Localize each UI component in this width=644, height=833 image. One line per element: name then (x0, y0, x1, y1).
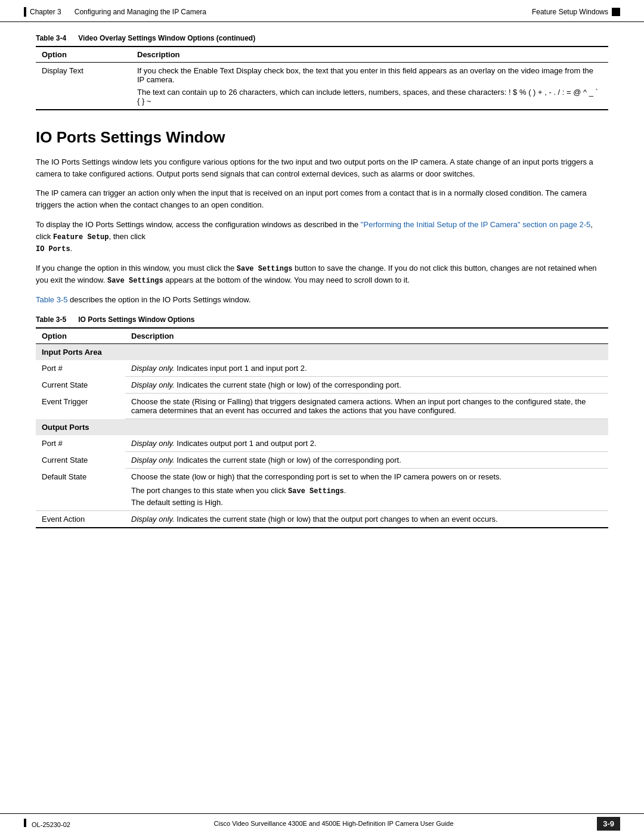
table34-num: Table 3-4 (36, 34, 66, 42)
table34-col-option: Option (36, 47, 131, 63)
header-chapter: Chapter 3 (30, 8, 61, 16)
display-only-1: Display only. (131, 364, 175, 373)
para-4: If you change the option in this window,… (36, 262, 608, 287)
header-chapter-title: Configuring and Managing the IP Camera (75, 8, 206, 16)
table-row: Default State Choose the state (low or h… (36, 469, 608, 485)
header-bar-right-icon (612, 8, 620, 16)
section-output-ports: Output Ports (36, 419, 608, 436)
save-settings-inline-3: Save Settings (288, 487, 344, 496)
table35-num: Table 3-5 (36, 315, 66, 324)
table35-title: IO Ports Settings Window Options (78, 315, 194, 324)
table34-caption: Table 3-4 Video Overlay Settings Window … (36, 34, 608, 42)
desc-display-text-2: The text can contain up to 26 characters… (131, 85, 608, 110)
para-5: Table 3-5 describes the option in the IO… (36, 294, 608, 306)
table-row: Event Trigger Choose the state (Rising o… (36, 394, 608, 419)
table35-header-row: Option Description (36, 328, 608, 344)
section-output-ports-label: Output Ports (36, 419, 608, 436)
display-only-2: Display only. (131, 380, 175, 389)
option-current-state-output: Current State (36, 452, 125, 469)
table-row-continuation: The port changes to this state when you … (36, 485, 608, 497)
desc-event-action: Display only. Indicates the current stat… (125, 510, 608, 528)
table-34: Option Description Display Text If you c… (36, 46, 608, 110)
table-row: Event Action Display only. Indicates the… (36, 510, 608, 528)
feature-setup-text: Feature Setup (53, 233, 109, 241)
desc-event-trigger: Choose the state (Rising or Falling) tha… (125, 394, 608, 419)
table-row: Port # Display only. Indicates output po… (36, 435, 608, 452)
table-35: Option Description Input Ports Area Port… (36, 327, 608, 528)
table-row-continuation: The text can contain up to 26 characters… (36, 85, 608, 110)
header-right: Feature Setup Windows (532, 8, 620, 16)
option-default-state-empty (36, 485, 125, 497)
table-row: Port # Display only. Indicates input por… (36, 360, 608, 377)
display-only-5: Display only. (131, 515, 175, 524)
desc-default-state-2: The port changes to this state when you … (125, 485, 608, 497)
table-row-continuation-2: The default setting is High. (36, 497, 608, 511)
page-number: 3-9 (597, 817, 620, 831)
footer-center-text: Cisco Video Surveillance 4300E and 4500E… (214, 820, 454, 827)
option-event-action: Event Action (36, 510, 125, 528)
desc-current-state-input: Display only. Indicates the current stat… (125, 377, 608, 394)
footer-left: OL-25230-02 (24, 819, 70, 828)
header-section: Feature Setup Windows (532, 8, 608, 16)
table34-header-row: Option Description (36, 47, 608, 63)
option-event-trigger: Event Trigger (36, 394, 125, 419)
save-settings-inline-2: Save Settings (107, 277, 163, 285)
desc-current-state-output: Display only. Indicates the current stat… (125, 452, 608, 469)
option-port-hash-input: Port # (36, 360, 125, 377)
header-bar-left-icon (24, 7, 26, 17)
footer-bar-left-icon (24, 819, 26, 827)
display-only-4: Display only. (131, 456, 175, 465)
desc-default-state: Choose the state (low or high) that the … (125, 469, 608, 485)
desc-port-hash-output: Display only. Indicates output port 1 an… (125, 435, 608, 452)
para-1: The IO Ports Settings window lets you co… (36, 156, 608, 180)
table34-col-description: Description (131, 47, 608, 63)
io-ports-text: IO Ports (36, 245, 70, 253)
table-row: Display Text If you check the Enable Tex… (36, 63, 608, 86)
table-row: Current State Display only. Indicates th… (36, 377, 608, 394)
option-default-state: Default State (36, 469, 125, 485)
table35-link[interactable]: Table 3-5 (36, 295, 67, 304)
save-settings-inline-1: Save Settings (237, 265, 293, 273)
desc-port-hash-input: Display only. Indicates input port 1 and… (125, 360, 608, 377)
desc-display-text: If you check the Enable Text Display che… (131, 63, 608, 86)
option-default-state-empty-2 (36, 497, 125, 511)
option-display-text: Display Text (36, 63, 131, 86)
page-footer: OL-25230-02 Cisco Video Surveillance 430… (0, 813, 644, 833)
section-title: IO Ports Settings Window (36, 128, 608, 147)
para-2: The IP camera can trigger an action only… (36, 187, 608, 211)
footer-center: Cisco Video Surveillance 4300E and 4500E… (70, 820, 597, 827)
section-input-ports: Input Ports Area (36, 344, 608, 361)
option-display-text-empty (36, 85, 131, 110)
doc-link-initial-setup[interactable]: "Performing the Initial Setup of the IP … (361, 220, 591, 229)
table35-caption: Table 3-5 IO Ports Settings Window Optio… (36, 315, 608, 324)
option-port-hash-output: Port # (36, 435, 125, 452)
table35-col-description: Description (125, 328, 608, 344)
table-row: Current State Display only. Indicates th… (36, 452, 608, 469)
main-content: Table 3-4 Video Overlay Settings Window … (0, 22, 644, 576)
desc-default-state-3: The default setting is High. (125, 497, 608, 511)
header-left: Chapter 3 Configuring and Managing the I… (24, 7, 206, 17)
para-3: To display the IO Ports Settings window,… (36, 219, 608, 255)
option-current-state-input: Current State (36, 377, 125, 394)
section-input-ports-label: Input Ports Area (36, 344, 608, 361)
table35-col-option: Option (36, 328, 125, 344)
page-header: Chapter 3 Configuring and Managing the I… (0, 0, 644, 22)
display-only-3: Display only. (131, 439, 175, 448)
table34-title: Video Overlay Settings Window Options (c… (78, 34, 255, 42)
footer-doc-id: OL-25230-02 (32, 821, 70, 828)
footer-right: 3-9 (597, 819, 620, 828)
